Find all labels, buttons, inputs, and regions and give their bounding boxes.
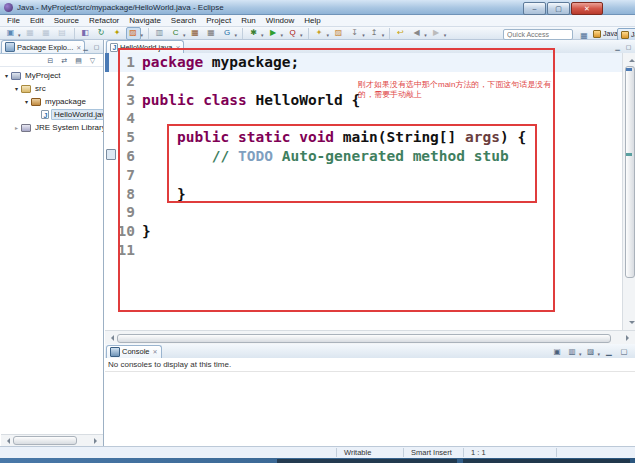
line-number[interactable]: 10 <box>105 222 135 241</box>
menu-file[interactable]: File <box>2 16 25 25</box>
scroll-thumb[interactable] <box>117 334 611 343</box>
collapse-all-icon[interactable]: ⊟ <box>44 54 57 66</box>
scroll-left-icon[interactable] <box>108 335 114 341</box>
package-explorer-hscrollbar[interactable] <box>1 434 103 446</box>
collapse-arrow-icon[interactable]: ▾ <box>23 98 30 105</box>
next-annotation-icon[interactable]: ↧ <box>347 27 362 40</box>
open-type-icon[interactable]: G <box>220 27 235 40</box>
search-icon[interactable]: ✦ <box>312 27 327 40</box>
dropdown-caret-icon[interactable]: ▾ <box>183 32 186 38</box>
dropdown-caret-icon[interactable]: ▾ <box>362 32 365 38</box>
scroll-left-icon[interactable] <box>4 438 10 444</box>
line-number[interactable]: 6 <box>105 147 135 166</box>
new-java-package-icon[interactable]: ▦ <box>188 27 203 40</box>
collapse-arrow-icon[interactable]: ▾ <box>3 72 10 79</box>
line-number[interactable]: 1 <box>105 53 135 72</box>
maximize-view-icon[interactable]: ▢ <box>92 42 101 50</box>
filters-icon[interactable]: ▤ <box>72 54 85 66</box>
editor-vscrollbar[interactable] <box>622 53 635 330</box>
code-line-6[interactable]: 6 // TODO Auto-generated method stub <box>105 147 622 166</box>
tree-item-helloworld-java[interactable]: HelloWorld.java <box>0 108 103 121</box>
menu-window[interactable]: Window <box>261 16 299 25</box>
link-with-editor-icon[interactable]: ⇄ <box>58 54 71 66</box>
external-tools-key-icon[interactable]: ✦ <box>110 27 125 40</box>
line-number[interactable]: 4 <box>105 109 135 128</box>
menu-source[interactable]: Source <box>49 16 84 25</box>
run-icon[interactable]: ▶ <box>266 27 281 40</box>
last-edit-location-icon[interactable]: ↩ <box>393 27 408 40</box>
save-all-icon[interactable]: ▦ <box>39 27 54 40</box>
minimize-view-icon[interactable]: ▁ <box>81 42 90 50</box>
maximize-button[interactable]: ▢ <box>547 2 570 15</box>
tab-helloworld-java[interactable]: HelloWorld.java ✕ <box>106 40 184 53</box>
code-line-9[interactable]: 9 <box>105 203 622 222</box>
tab-package-explorer[interactable]: Package Explo... ✕ <box>1 40 85 53</box>
collapse-arrow-icon[interactable]: ▾ <box>13 85 20 92</box>
open-console-icon[interactable]: ▣ <box>550 346 564 358</box>
scroll-thumb[interactable] <box>625 66 635 278</box>
coverage-icon[interactable]: Q <box>285 27 300 40</box>
expand-arrow-icon[interactable]: ▸ <box>13 124 20 131</box>
dropdown-caret-icon[interactable]: ▾ <box>382 32 385 38</box>
line-number[interactable]: 11 <box>105 241 135 260</box>
editor-hscrollbar[interactable] <box>105 330 635 345</box>
junit-icon[interactable]: ▦ <box>204 27 219 40</box>
menu-edit[interactable]: Edit <box>25 16 49 25</box>
display-selected-console-icon[interactable]: ▥ <box>565 346 579 358</box>
dropdown-caret-icon[interactable]: ▾ <box>444 32 447 38</box>
scroll-down-icon[interactable] <box>629 321 635 327</box>
open-folder-icon[interactable]: ▨ <box>126 27 141 40</box>
quick-access-input[interactable] <box>503 29 573 40</box>
dropdown-caret-icon[interactable]: ▾ <box>18 32 21 38</box>
dropdown-caret-icon[interactable]: ▾ <box>141 32 144 38</box>
code-line-8[interactable]: 8 } <box>105 185 622 204</box>
line-number[interactable]: 3 <box>105 91 135 110</box>
scroll-thumb[interactable] <box>13 436 77 445</box>
tree-item-jre-system-library[interactable]: ▸JRE System Library[Jav <box>0 121 103 134</box>
dropdown-caret-icon[interactable]: ▾ <box>327 32 330 38</box>
open-console-dropdown-icon[interactable]: ▨ <box>583 346 597 358</box>
new-wizard-icon[interactable]: ▣ <box>3 27 18 40</box>
tree-item-mypackage[interactable]: ▾mypackage <box>0 95 103 108</box>
dropdown-caret-icon[interactable]: ▾ <box>261 32 264 38</box>
code-line-1[interactable]: 1package mypackage; <box>105 53 622 72</box>
maximize-view-icon[interactable]: ▢ <box>624 42 633 50</box>
scroll-up-icon[interactable] <box>629 56 635 62</box>
line-number[interactable]: 9 <box>105 203 135 222</box>
close-icon[interactable]: ✕ <box>175 44 180 51</box>
code-line-7[interactable]: 7 <box>105 166 622 185</box>
line-number[interactable]: 7 <box>105 166 135 185</box>
close-button[interactable]: ✕ <box>571 2 603 15</box>
open-task-folder-icon[interactable]: ▨ <box>331 27 346 40</box>
menu-search[interactable]: Search <box>166 16 201 25</box>
line-number[interactable]: 8 <box>105 185 135 204</box>
dropdown-caret-icon[interactable]: ▾ <box>300 32 303 38</box>
scroll-right-icon[interactable] <box>94 438 100 444</box>
menu-project[interactable]: Project <box>201 16 236 25</box>
line-number[interactable]: 5 <box>105 128 135 147</box>
task-icon[interactable]: ▥ <box>152 27 167 40</box>
dropdown-caret-icon[interactable]: ▾ <box>235 32 238 38</box>
code-line-11[interactable]: 11 <box>105 241 622 260</box>
menu-navigate[interactable]: Navigate <box>124 16 166 25</box>
scroll-right-icon[interactable] <box>626 335 632 341</box>
save-icon[interactable]: ▦ <box>23 27 38 40</box>
new-java-project-icon[interactable]: ◧ <box>78 27 93 40</box>
tree-item-src[interactable]: ▾src <box>0 82 103 95</box>
menu-help[interactable]: Help <box>299 16 325 25</box>
refresh-icon[interactable]: ↻ <box>94 27 109 40</box>
line-number[interactable]: 2 <box>105 72 135 91</box>
minimize-button[interactable]: – <box>523 2 546 15</box>
overview-cursor-mark[interactable] <box>626 68 632 71</box>
new-java-class-icon[interactable]: C <box>168 27 183 40</box>
overview-task-mark[interactable] <box>626 153 632 156</box>
code-line-5[interactable]: 5 public static void main(String[] args)… <box>105 128 622 147</box>
code-line-10[interactable]: 10} <box>105 222 622 241</box>
print-icon[interactable]: ▤ <box>55 27 70 40</box>
dropdown-caret-icon[interactable]: ▾ <box>579 351 582 357</box>
back-icon[interactable]: ◀ <box>409 27 424 40</box>
menu-run[interactable]: Run <box>236 16 261 25</box>
dropdown-caret-icon[interactable]: ▾ <box>597 351 600 357</box>
menu-refactor[interactable]: Refactor <box>84 16 124 25</box>
debug-icon[interactable]: ✱ <box>246 27 261 40</box>
